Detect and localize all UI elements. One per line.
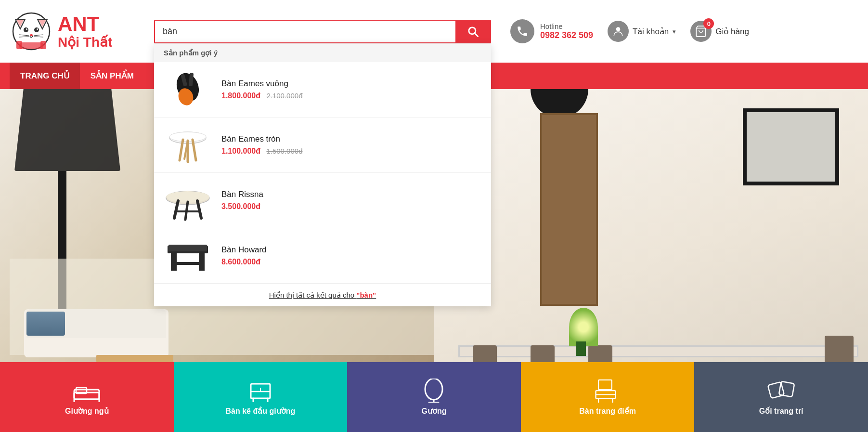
svg-rect-53 [598,380,612,390]
svg-rect-16 [40,41,46,49]
dropdown-item-info-1: Bàn Eames vuông 1.800.000đ 2.100.000đ [221,79,481,100]
cat-item-guong[interactable]: Gương [347,362,521,432]
svg-rect-58 [768,382,784,398]
logo-noithat: Nội Thất [58,35,112,50]
cat-label-ban-ke-dau-giuong: Bàn kê đầu giường [226,406,296,416]
nav-label-trangchu: TRANG CHỦ [20,71,69,81]
svg-rect-37 [173,262,202,265]
nav-item-trangchu[interactable]: TRANG CHỦ [10,63,80,89]
logo-icon [10,10,53,53]
product-name-3: Bàn Rissna [221,190,481,199]
svg-point-38 [616,27,621,31]
cart-icon-circle: 0 [690,21,712,42]
logo-ant: ANT [58,13,112,35]
account-icon-circle [608,21,629,42]
product-price-1: 1.800.000đ [221,92,260,100]
footer-text-before: Hiển thị tất cả kết quả cho [269,291,357,299]
search-input[interactable] [155,21,455,42]
cat-label-giuong-ngu: Giường ngủ [65,406,108,416]
product-img-eames-tron [166,124,209,165]
product-old-price-2: 1.500.000đ [266,147,302,155]
svg-rect-59 [778,381,794,397]
cat-label-goi-trang-tri: Gối trang trí [759,406,803,416]
product-img-rissna [164,179,212,222]
nightstand-icon [246,379,275,403]
cart-badge: 0 [703,18,714,29]
svg-point-6 [34,27,39,32]
product-image-2 [164,123,212,167]
logo-area[interactable]: ANT Nội Thất [10,10,154,53]
header: ANT Nội Thất Sản phẩm gợi ý [0,0,868,63]
product-price-3: 3.500.000đ [221,202,260,210]
product-img-howard [164,235,212,276]
product-name-4: Bàn Howard [221,245,481,255]
product-price-4: 8.600.000đ [221,258,260,266]
cat-item-ban-trang-diem[interactable]: Bàn trang điểm [521,362,695,432]
cat-item-ban-ke-dau-giuong[interactable]: Bàn kê đầu giường [174,362,348,432]
dropdown-header: Sản phẩm gợi ý [154,44,491,62]
search-dropdown: Sản phẩm gợi ý Bàn Eames [154,43,491,306]
hotline-text: Hotline 0982 362 509 [540,22,593,40]
hotline-area: Hotline 0982 362 509 [510,19,593,43]
cart-label: Giỏ hàng [715,26,749,37]
search-wrapper [154,20,491,43]
dropdown-item-3[interactable]: Bàn Rissna 3.500.000đ [154,173,491,228]
cat-label-ban-trang-diem: Bàn trang điểm [579,406,636,416]
cat-item-goi-trang-tri[interactable]: Gối trang trí [694,362,868,432]
nav-item-sanpham[interactable]: SẢN PHẨM [80,63,144,89]
svg-rect-35 [171,252,177,271]
hotline-number: 0982 362 509 [540,30,593,40]
logo-text: ANT Nội Thất [58,13,112,50]
categories-bar: Giường ngủ Bàn kê đầu giường [0,362,868,432]
svg-point-5 [24,27,28,32]
dropdown-item-2[interactable]: Bàn Eames tròn 1.100.000đ 1.500.000đ [154,118,491,173]
dropdown-item-info-3: Bàn Rissna 3.500.000đ [221,190,481,211]
svg-rect-14 [19,42,43,49]
hotline-label: Hotline [540,22,593,30]
cat-item-giuong-ngu[interactable]: Giường ngủ [0,362,174,432]
svg-point-7 [26,28,27,30]
svg-point-9 [30,34,33,36]
account-icon [612,25,624,38]
header-right: Hotline 0982 362 509 Tài khoản ▾ [510,19,749,43]
show-all-link[interactable]: Hiển thị tất cả kết quả cho "bàn" [269,291,376,299]
svg-point-50 [425,379,442,400]
dresser-icon [593,379,622,403]
bed-icon [72,379,101,403]
product-price-2: 1.100.000đ [221,147,260,155]
product-name-2: Bàn Eames tròn [221,134,481,144]
dropdown-item-info-2: Bàn Eames tròn 1.100.000đ 1.500.000đ [221,134,481,156]
chevron-down-icon: ▾ [673,28,676,35]
dropdown-item-info-4: Bàn Howard 8.600.000đ [221,245,481,266]
product-old-price-1: 2.100.000đ [266,92,302,100]
dropdown-item-4[interactable]: Bàn Howard 8.600.000đ [154,228,491,284]
search-button[interactable] [455,21,490,42]
search-area: Sản phẩm gợi ý Bàn Eames [154,20,491,43]
svg-point-8 [37,28,38,30]
dropdown-footer[interactable]: Hiển thị tất cả kết quả cho "bàn" [154,284,491,306]
cat-label-guong: Gương [421,406,446,416]
dropdown-item[interactable]: Bàn Eames vuông 1.800.000đ 2.100.000đ [154,62,491,118]
product-image-4 [164,234,212,277]
search-icon [466,25,479,38]
phone-icon [516,25,529,38]
cart-area[interactable]: 0 Giỏ hàng [690,21,749,42]
product-image-3 [164,179,212,222]
account-label: Tài khoản [633,26,669,37]
product-name-1: Bàn Eames vuông [221,79,481,89]
footer-keyword: "bàn" [356,291,376,299]
pillow-icon [767,379,796,403]
product-image-1 [164,68,212,111]
account-area[interactable]: Tài khoản ▾ [608,21,676,42]
svg-rect-15 [16,41,22,49]
svg-rect-36 [199,252,205,271]
svg-rect-34 [168,245,207,251]
phone-icon-circle [510,19,534,43]
product-img-eames-vuong [168,70,208,109]
nav-label-sanpham: SẢN PHẨM [91,71,134,81]
mirror-icon [419,379,448,403]
